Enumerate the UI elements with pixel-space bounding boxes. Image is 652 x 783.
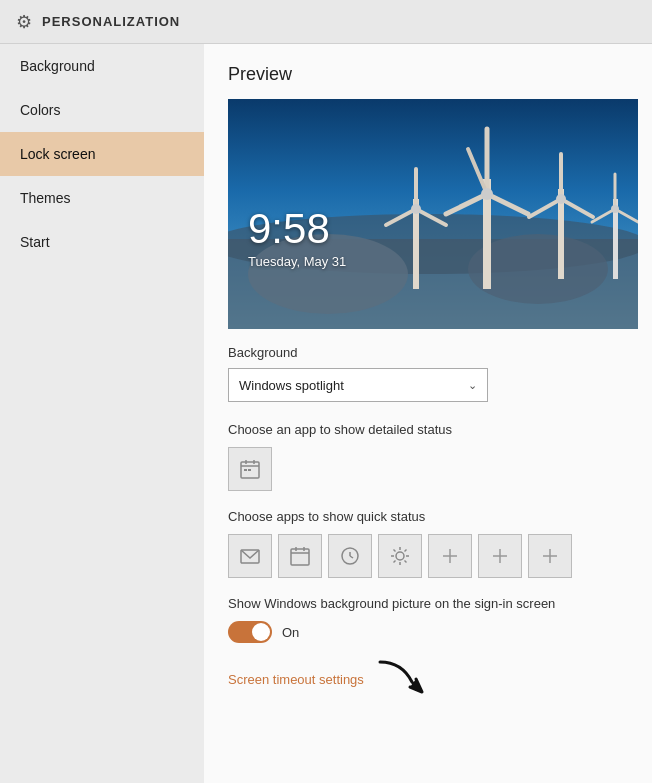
detailed-status-section: Choose an app to show detailed status <box>228 422 628 491</box>
quick-status-label: Choose apps to show quick status <box>228 509 628 524</box>
app-title: PERSONALIZATION <box>42 14 180 29</box>
detailed-status-label: Choose an app to show detailed status <box>228 422 628 437</box>
clock-date: Tuesday, May 31 <box>248 254 346 269</box>
page-title: Preview <box>228 64 628 85</box>
mail-icon-box[interactable] <box>228 534 272 578</box>
mail-icon <box>239 545 261 567</box>
screen-timeout-link[interactable]: Screen timeout settings <box>228 672 364 687</box>
svg-line-8 <box>468 149 487 194</box>
svg-rect-30 <box>248 469 251 471</box>
content-area: Preview <box>204 44 652 783</box>
weather-icon-box[interactable] <box>378 534 422 578</box>
background-field-label: Background <box>228 345 628 360</box>
plus2-icon <box>489 545 511 567</box>
sidebar: Background Colors Lock screen Themes Sta… <box>0 44 204 783</box>
calendar2-icon-box[interactable] <box>278 534 322 578</box>
sidebar-item-lock-screen[interactable]: Lock screen <box>0 132 204 176</box>
arrow-icon <box>372 657 427 702</box>
main-layout: Background Colors Lock screen Themes Sta… <box>0 44 652 783</box>
svg-line-44 <box>394 550 396 552</box>
svg-point-9 <box>481 188 493 200</box>
sidebar-item-colors[interactable]: Colors <box>0 88 204 132</box>
time-display: 9:58 Tuesday, May 31 <box>248 208 346 269</box>
svg-rect-32 <box>291 549 309 565</box>
svg-point-19 <box>611 205 619 213</box>
svg-line-46 <box>405 550 407 552</box>
svg-line-13 <box>529 199 561 217</box>
header: ⚙ PERSONALIZATION <box>0 0 652 44</box>
background-toggle-section: Show Windows background picture on the s… <box>228 596 628 643</box>
toggle-row: On <box>228 621 628 643</box>
timeout-link-row: Screen timeout settings <box>228 657 628 702</box>
toggle-label: Show Windows background picture on the s… <box>228 596 628 611</box>
sun-icon <box>389 545 411 567</box>
toggle-knob <box>252 623 270 641</box>
svg-line-12 <box>561 199 593 217</box>
detailed-status-icons <box>228 447 628 491</box>
chevron-down-icon: ⌄ <box>468 379 477 392</box>
svg-rect-29 <box>244 469 247 471</box>
background-toggle[interactable] <box>228 621 272 643</box>
svg-line-6 <box>487 194 528 214</box>
add-app2-icon-box[interactable] <box>478 534 522 578</box>
gear-icon: ⚙ <box>16 11 32 33</box>
add-app3-icon-box[interactable] <box>528 534 572 578</box>
sidebar-item-themes[interactable]: Themes <box>0 176 204 220</box>
add-app1-icon-box[interactable] <box>428 534 472 578</box>
calendar-icon <box>239 458 261 480</box>
plus3-icon <box>539 545 561 567</box>
quick-status-section: Choose apps to show quick status <box>228 509 628 578</box>
quick-status-icons <box>228 534 628 578</box>
svg-line-47 <box>394 561 396 563</box>
preview-image: 9:58 Tuesday, May 31 <box>228 99 638 329</box>
clock-icon-box[interactable] <box>328 534 372 578</box>
plus1-icon <box>439 545 461 567</box>
sidebar-item-background[interactable]: Background <box>0 44 204 88</box>
clock-icon <box>339 545 361 567</box>
calendar2-icon <box>289 545 311 567</box>
toggle-state-label: On <box>282 625 299 640</box>
svg-line-7 <box>446 194 487 214</box>
svg-line-45 <box>405 561 407 563</box>
sidebar-item-start[interactable]: Start <box>0 220 204 264</box>
clock-time: 9:58 <box>248 208 346 250</box>
svg-point-24 <box>411 204 421 214</box>
svg-line-38 <box>350 556 353 558</box>
calendar-icon-box[interactable] <box>228 447 272 491</box>
background-dropdown-value: Windows spotlight <box>239 378 344 393</box>
svg-point-39 <box>396 552 404 560</box>
background-dropdown[interactable]: Windows spotlight ⌄ <box>228 368 488 402</box>
svg-point-14 <box>556 194 566 204</box>
